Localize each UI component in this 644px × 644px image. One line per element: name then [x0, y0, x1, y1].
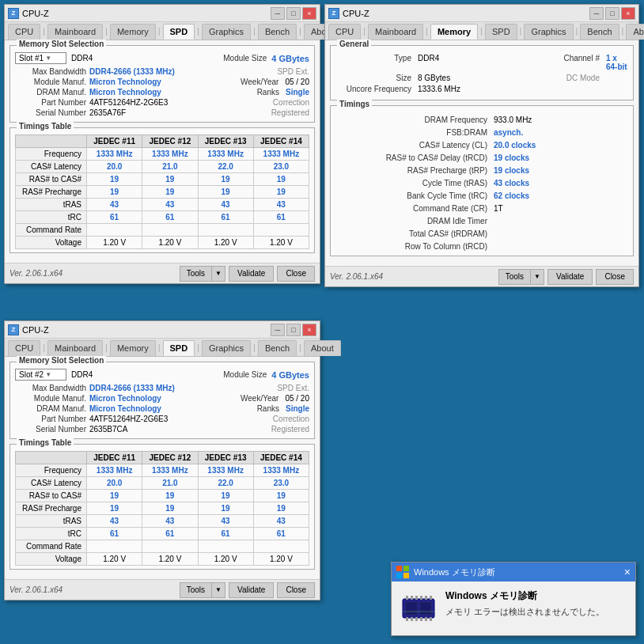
ddr-badge-tl: DDR4	[71, 54, 93, 63]
tab-mainboard-tl[interactable]: Mainboard	[47, 24, 103, 40]
svg-rect-12	[411, 617, 413, 621]
size-label-tr: Size	[335, 74, 415, 82]
ras-cas-label-tr: RAS# to CAS# Delay (tRCD)	[335, 153, 494, 162]
timing-cell-timing-table-body-tl-0-0: 1333 MHz	[87, 148, 142, 161]
close-btn-bl[interactable]: ×	[302, 324, 316, 336]
timing-cell-timing-table-body-tl-7-0: 1.20 V	[87, 237, 142, 249]
notif-close-btn[interactable]: ×	[624, 566, 631, 578]
drammanuf-label-tl: DRAM Manuf.	[15, 88, 86, 97]
slot-arrow-tl: ▼	[45, 55, 51, 62]
minimize-btn-tl[interactable]: ─	[271, 7, 285, 20]
version-tr: Ver. 2.06.1.x64	[330, 272, 383, 281]
tab-bench-tl[interactable]: Bench	[258, 24, 297, 40]
timings-section-tl: Timings Table JEDEC #11 JEDEC #12 JEDEC …	[9, 127, 315, 253]
timing-cell-timing-table-body-tl-3-1: 19	[142, 186, 198, 199]
maximize-btn-tr[interactable]: □	[605, 7, 619, 20]
tools-btn-bl[interactable]: Tools	[180, 582, 212, 598]
tab-spd-bl[interactable]: SPD	[163, 340, 195, 356]
tab-about-bl[interactable]: About	[304, 340, 341, 356]
tools-group-tl: Tools ▼	[180, 266, 225, 282]
jedec11-header-tl: JEDEC #11	[87, 135, 142, 148]
drammanuf-label-bl: DRAM Manuf.	[15, 404, 86, 413]
dram-freq-row-tr: DRAM Frequency 933.0 MHz	[335, 116, 628, 124]
tab-cpu-tl[interactable]: CPU	[8, 24, 40, 40]
window-title-tl: CPU-Z	[22, 9, 49, 18]
maximize-btn-bl[interactable]: □	[286, 324, 301, 336]
close-bottom-btn-tr[interactable]: Close	[596, 269, 634, 285]
timing-cell-timing-table-body-tl-5-1: 61	[142, 211, 198, 224]
slot-selector-bl: Slot #2 ▼ DDR4 Module Size 4 GBytes	[15, 369, 309, 381]
slot-section-label-bl: Memory Slot Selection	[17, 356, 106, 365]
ras-precharge-label-tr: RAS# Precharge (tRP)	[335, 166, 494, 175]
tools-btn-tr[interactable]: Tools	[498, 269, 531, 285]
validate-btn-bl[interactable]: Validate	[229, 582, 274, 598]
notif-title-text: Windows メモリ診断	[396, 566, 495, 578]
tab-bench-bl[interactable]: Bench	[258, 340, 297, 356]
maximize-btn-tl[interactable]: □	[286, 7, 301, 20]
serial-label-bl: Serial Number	[15, 425, 86, 434]
tab-graphics-bl[interactable]: Graphics	[202, 340, 251, 356]
notif-heading: Windows メモリ診断	[445, 589, 604, 603]
jedec14-header-tl: JEDEC #14	[253, 135, 309, 148]
timing-cell-timing-table-body-tl-7-3: 1.20 V	[253, 237, 309, 249]
tab-bench-tr[interactable]: Bench	[580, 24, 619, 40]
dram-freq-label-tr: DRAM Frequency	[335, 116, 494, 124]
validate-btn-tr[interactable]: Validate	[547, 269, 593, 285]
ras-cas-val-tr: 19 clocks	[494, 153, 557, 162]
partnum-label-bl: Part Number	[15, 415, 86, 423]
timing-cell-timing-table-body-bl-3-1: 19	[142, 502, 198, 515]
close-btn-tl[interactable]: ×	[302, 7, 316, 20]
dram-freq-val-tr: 933.0 MHz	[494, 116, 557, 124]
tab-graphics-tr[interactable]: Graphics	[524, 24, 573, 40]
type-label-tr: Type	[335, 54, 415, 71]
slot-dropdown-bl[interactable]: Slot #2 ▼	[15, 369, 66, 381]
bottom-bar-bl: Ver. 2.06.1.x64 Tools ▼ Validate Close	[5, 579, 320, 600]
notif-text-area: Windows メモリ診断 メモリ エラーは検出されませんでした。	[445, 589, 604, 618]
timing-cell-timing-table-body-tl-4-0: 43	[87, 199, 142, 211]
timing-cell-timing-table-body-bl-5-0: 61	[87, 528, 142, 540]
cycle-time-row-tr: Cycle Time (tRAS) 43 clocks	[335, 179, 628, 188]
tab-memory-bl[interactable]: Memory	[110, 340, 156, 356]
timing-row-label-timing-table-body-bl-4: tRAS	[16, 515, 87, 528]
timing-table-tl: JEDEC #11 JEDEC #12 JEDEC #13 JEDEC #14 …	[15, 134, 309, 249]
tools-btn-tl[interactable]: Tools	[180, 266, 212, 282]
timing-row-label-timing-table-body-tl-7: Voltage	[16, 237, 87, 249]
timing-cell-timing-table-body-bl-2-2: 19	[198, 490, 253, 502]
tab-bar-tl: CPU | Mainboard | Memory | SPD | Graphic…	[5, 22, 320, 40]
tab-mainboard-tr[interactable]: Mainboard	[368, 24, 423, 40]
cpuz-window-top-left: Z CPU-Z ─ □ × CPU | Mainboard | Memory |…	[4, 4, 320, 284]
tools-arrow-tr[interactable]: ▼	[531, 269, 544, 285]
minimize-btn-bl[interactable]: ─	[271, 324, 285, 336]
ras-cas-row-tr: RAS# to CAS# Delay (tRCD) 19 clocks	[335, 153, 628, 162]
notif-title-label: Windows メモリ診断	[414, 566, 495, 578]
tab-graphics-tl[interactable]: Graphics	[202, 24, 251, 40]
timing-cell-timing-table-body-bl-1-1: 21.0	[142, 477, 198, 490]
tab-cpu-tr[interactable]: CPU	[328, 24, 361, 40]
timing-header-label-tl	[16, 135, 87, 148]
tools-arrow-bl[interactable]: ▼	[212, 582, 225, 598]
validate-btn-tl[interactable]: Validate	[229, 266, 274, 282]
cycle-time-label-tr: Cycle Time (tRAS)	[335, 179, 494, 188]
tab-mainboard-bl[interactable]: Mainboard	[47, 340, 103, 356]
tab-memory-tr[interactable]: Memory	[430, 24, 478, 40]
cas-row-tr: CAS# Latency (CL) 20.0 clocks	[335, 141, 628, 150]
slot-dropdown-tl[interactable]: Slot #1 ▼	[15, 52, 66, 64]
tab-spd-tl[interactable]: SPD	[163, 24, 195, 40]
tab-spd-tr[interactable]: SPD	[485, 24, 517, 40]
tab-memory-tl[interactable]: Memory	[110, 24, 156, 40]
module-size-val-bl: 4 GBytes	[271, 370, 309, 380]
svg-rect-17	[406, 602, 417, 615]
jedec11-header-bl: JEDEC #11	[87, 452, 142, 464]
close-btn-tr[interactable]: ×	[621, 7, 635, 20]
close-bottom-btn-tl[interactable]: Close	[277, 266, 315, 282]
svg-rect-0	[396, 566, 402, 571]
close-bottom-btn-bl[interactable]: Close	[277, 582, 315, 598]
channel-val-tr: 1 x 64-bit	[606, 54, 628, 71]
tab-about-tr[interactable]: About	[626, 24, 644, 40]
bank-cycle-row-tr: Bank Cycle Time (tRC) 62 clocks	[335, 191, 628, 200]
tools-arrow-tl[interactable]: ▼	[212, 266, 225, 282]
cas-val-tr: 20.0 clocks	[494, 141, 557, 150]
partnum-val-bl: 4ATF51264HZ-2G6E3	[89, 415, 168, 423]
tab-cpu-bl[interactable]: CPU	[8, 340, 40, 356]
minimize-btn-tr[interactable]: ─	[589, 7, 604, 20]
